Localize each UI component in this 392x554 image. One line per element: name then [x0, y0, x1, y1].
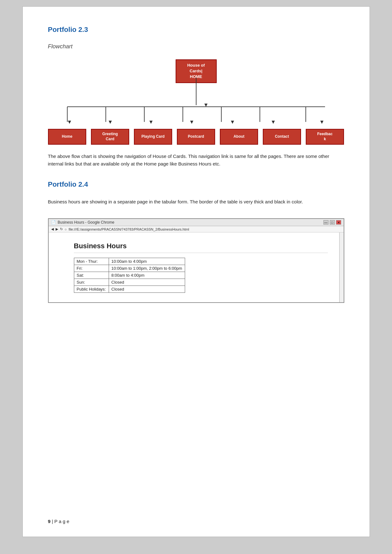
nav-box-contact: Contact [263, 129, 301, 145]
nav-box-playing: Playing Card [134, 129, 172, 145]
svg-marker-4 [68, 121, 71, 124]
browser-controls: ― □ ✕ [323, 220, 341, 225]
svg-marker-14 [272, 121, 275, 124]
table-row: Sun: Closed [74, 279, 185, 286]
page-separator: | [52, 519, 54, 524]
table-row: Fri: 10:00am to 1:00pm, 2:00pm to 6:00pm [74, 265, 185, 272]
nav-box-postcard: Postcard [177, 129, 215, 145]
svg-marker-6 [109, 121, 112, 124]
svg-marker-10 [190, 121, 193, 124]
nav-box-home: Home [48, 129, 87, 145]
svg-marker-1 [204, 104, 208, 107]
portfolio-23-title: Portfolio 2.3 [48, 26, 344, 34]
browser-addressbar: ◀ ▶ ↻ ○ file:///E:/assignments/PRACASSN/… [49, 226, 344, 232]
home-node: House of Cards| HOME [176, 59, 217, 83]
table-row: Public Holidays: Closed [74, 286, 185, 293]
portfolio-24-description: Business hours are showing in a separate… [48, 198, 344, 206]
day-cell: Public Holidays: [74, 286, 109, 293]
page: Portfolio 2.3 Flowchart House of Cards| … [22, 6, 370, 537]
section-portfolio-23: Portfolio 2.3 Flowchart House of Cards| … [48, 26, 344, 168]
table-row: Sat: 8:00am to 4:00pm [74, 272, 185, 279]
hours-cell: Closed [109, 286, 185, 293]
business-hours-title: Business Hours [74, 242, 328, 253]
flowchart: House of Cards| HOME Home GreetingCard P… [48, 56, 344, 145]
nav-box-about: About [220, 129, 258, 145]
browser-titlebar: 📄 Business Hours - Google Chrome ― □ ✕ [49, 219, 344, 226]
browser-content-wrapper: Business Hours Mon - Thur: 10:00am to 4:… [49, 232, 344, 302]
address-icon: ○ [65, 227, 67, 231]
hours-cell: Closed [109, 279, 185, 286]
browser-window: 📄 Business Hours - Google Chrome ― □ ✕ ◀… [48, 218, 344, 303]
nav-boxes-row: Home GreetingCard Playing Card Postcard … [48, 129, 344, 145]
page-footer: 9 | P a g e [48, 519, 69, 524]
page-number: 9 [48, 519, 51, 524]
refresh-icon[interactable]: ↻ [60, 227, 63, 231]
hours-cell: 10:00am to 1:00pm, 2:00pm to 6:00pm [109, 265, 185, 272]
svg-marker-16 [320, 121, 323, 124]
day-cell: Mon - Thur: [74, 258, 109, 265]
nav-forward-icon[interactable]: ▶ [56, 227, 58, 231]
flowchart-label: Flowchart [48, 43, 344, 50]
nav-box-feedback: Feedback [306, 129, 344, 145]
browser-title: 📄 Business Hours - Google Chrome [51, 220, 114, 225]
svg-marker-8 [149, 121, 153, 124]
section-portfolio-24: Portfolio 2.4 Business hours are showing… [48, 180, 344, 303]
page-label: P a g e [54, 519, 69, 524]
day-cell: Fri: [74, 265, 109, 272]
close-button[interactable]: ✕ [336, 220, 341, 225]
hours-cell: 10:00am to 4:00pm [109, 258, 185, 265]
browser-content: Business Hours Mon - Thur: 10:00am to 4:… [49, 232, 344, 302]
svg-marker-12 [231, 121, 234, 124]
hours-table: Mon - Thur: 10:00am to 4:00pm Fri: 10:00… [74, 258, 185, 293]
scrollbar-right[interactable] [339, 232, 344, 302]
day-cell: Sun: [74, 279, 109, 286]
restore-button[interactable]: □ [330, 220, 335, 225]
portfolio-24-title: Portfolio 2.4 [48, 180, 344, 189]
table-row: Mon - Thur: 10:00am to 4:00pm [74, 258, 185, 265]
nav-back-icon[interactable]: ◀ [51, 227, 54, 231]
page-icon: 📄 [51, 220, 56, 225]
hours-cell: 8:00am to 4:00pm [109, 272, 185, 279]
portfolio-23-description: The above flow chart is showing the navi… [48, 153, 344, 168]
hours-tbody: Mon - Thur: 10:00am to 4:00pm Fri: 10:00… [74, 258, 185, 293]
minimize-button[interactable]: ― [323, 220, 329, 225]
day-cell: Sat: [74, 272, 109, 279]
address-url[interactable]: file:///E:/assignments/PRACASSN/743783/P… [69, 227, 189, 231]
nav-box-greeting: GreetingCard [91, 129, 130, 145]
